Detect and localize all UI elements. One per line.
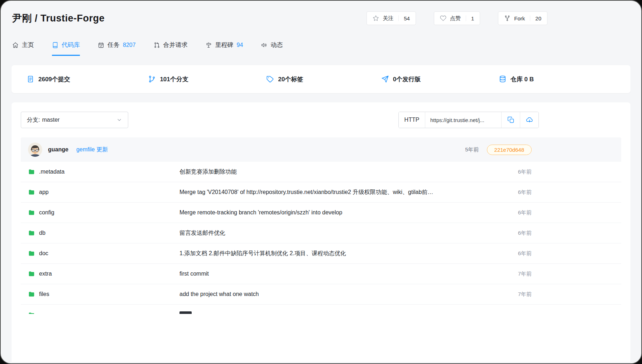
- tab-milestones[interactable]: 里程碑 94: [206, 41, 243, 56]
- file-commit-time: 6年前: [503, 169, 532, 175]
- branch-value: master: [42, 117, 59, 123]
- protocol-button[interactable]: HTTP: [399, 112, 425, 128]
- file-row[interactable]: config Merge remote-tracking branch 'rem…: [21, 203, 621, 223]
- fork-button[interactable]: Fork 20: [498, 11, 547, 25]
- tab-merge-requests[interactable]: 合并请求: [154, 41, 188, 56]
- partial-row-content: [21, 305, 621, 314]
- stat-tags[interactable]: 20个标签: [266, 75, 303, 83]
- commit-time: 5年前: [465, 146, 479, 153]
- fork-count: 20: [535, 15, 541, 21]
- tab-label: 里程碑: [215, 41, 234, 49]
- merge-request-icon: [154, 42, 160, 48]
- commit-message-link[interactable]: gemfile 更新: [76, 146, 108, 154]
- file-list: .metadata 创新竞赛添加删除功能 6年前 app Merge tag '…: [21, 162, 621, 314]
- database-icon: [499, 75, 507, 83]
- tab-issues[interactable]: 任务 8207: [98, 41, 136, 56]
- stat-repo-size[interactable]: 仓库 0 B: [499, 75, 534, 83]
- folder-icon: [28, 168, 35, 175]
- milestone-icon: [206, 42, 212, 48]
- stat-label: 仓库 0 B: [511, 75, 534, 83]
- tab-home[interactable]: 主页: [12, 41, 34, 56]
- file-name[interactable]: files: [39, 291, 49, 297]
- file-name-cell: files: [28, 291, 179, 298]
- file-commit-message[interactable]: first commit: [179, 271, 503, 277]
- heart-icon: [440, 15, 446, 21]
- file-row[interactable]: .metadata 创新竞赛添加删除功能 6年前: [21, 162, 621, 182]
- like-button[interactable]: 点赞 1: [434, 11, 480, 25]
- file-commit-time: 6年前: [503, 250, 532, 257]
- file-name[interactable]: extra: [39, 271, 52, 277]
- tab-activity[interactable]: 动态: [261, 41, 283, 56]
- repo-tabs: 主页 代码库 任务 8207 合并请求 里程碑 94: [1, 41, 641, 56]
- tab-label: 合并请求: [163, 41, 188, 49]
- file-name[interactable]: config: [39, 209, 54, 216]
- repo-actions: 关注 54 点赞 1 Fork 20: [366, 11, 547, 25]
- branch-selector[interactable]: 分支: master: [21, 112, 128, 128]
- clone-url-group: HTTP: [398, 112, 539, 128]
- clone-url-input[interactable]: [425, 112, 501, 128]
- stat-branches[interactable]: 101个分支: [148, 75, 188, 83]
- file-row[interactable]: extra first commit 7年前: [21, 264, 621, 284]
- megaphone-icon: [261, 42, 267, 48]
- file-commit-time: 6年前: [503, 209, 532, 216]
- file-name[interactable]: db: [39, 230, 45, 236]
- copy-url-button[interactable]: [501, 112, 520, 128]
- watch-button[interactable]: 关注 54: [366, 11, 416, 25]
- clipped-text: [179, 311, 192, 314]
- file-name[interactable]: .metadata: [39, 169, 64, 175]
- app-window: 尹刚 / Trustie-Forge 关注 54 点赞 1: [0, 0, 642, 364]
- file-name-cell: doc: [28, 250, 179, 257]
- latest-commit-bar: guange gemfile 更新 5年前 221e70d648: [21, 137, 621, 162]
- file-name-cell: extra: [28, 270, 179, 277]
- folder-icon: [28, 291, 35, 298]
- file-commit-time: 7年前: [503, 271, 532, 277]
- file-commit-message[interactable]: Merge tag 'V20140708' of http://reposito…: [179, 189, 503, 196]
- file-commit-time: 6年前: [503, 230, 532, 237]
- tab-code[interactable]: 代码库: [52, 41, 80, 56]
- file-name[interactable]: doc: [39, 250, 48, 257]
- stat-label: 101个分支: [160, 75, 188, 83]
- file-row[interactable]: app Merge tag 'V20140708' of http://repo…: [21, 182, 621, 203]
- fork-label: Fork: [514, 15, 525, 21]
- file-commit-time: 7年前: [503, 291, 532, 298]
- file-commit-message[interactable]: 1.添加文档 2.邮件中缺陷序号计算机制优化 2.项目、课程动态优化: [179, 250, 503, 257]
- file-commit-message: [179, 311, 503, 314]
- repo-stats-bar: 2609个提交 101个分支 20个标签 0个发行版 仓库 0 B: [11, 65, 631, 93]
- file-commit-message[interactable]: Merge remote-tracking branch 'remotes/or…: [179, 209, 503, 216]
- branch-label: 分支:: [27, 116, 40, 124]
- divider: [466, 15, 466, 21]
- page-title: 尹刚 / Trustie-Forge: [12, 12, 105, 25]
- commit-author[interactable]: guange: [48, 146, 68, 153]
- tab-count-badge: 8207: [123, 42, 136, 48]
- file-name-cell: [28, 311, 179, 314]
- file-commit-time: 6年前: [503, 189, 532, 196]
- divider: [530, 15, 530, 21]
- stat-label: 20个标签: [278, 75, 303, 83]
- avatar[interactable]: [28, 142, 42, 157]
- file-commit-message[interactable]: 留言发送邮件优化: [179, 229, 503, 237]
- tab-label: 代码库: [62, 41, 80, 49]
- file-row[interactable]: db 留言发送邮件优化 6年前: [21, 223, 621, 243]
- star-icon: [373, 15, 379, 21]
- repo-browser-card: 分支: master HTTP: [11, 102, 631, 362]
- commit-hash-badge[interactable]: 221e70d648: [487, 145, 532, 155]
- file-row[interactable]: doc 1.添加文档 2.邮件中缺陷序号计算机制优化 2.项目、课程动态优化 6…: [21, 243, 621, 264]
- folder-icon: [28, 229, 35, 237]
- watch-label: 关注: [383, 15, 393, 22]
- file-row-partial: [21, 305, 621, 314]
- file-name-cell: db: [28, 229, 179, 237]
- like-label: 点赞: [450, 15, 461, 22]
- paper-plane-icon: [381, 75, 389, 83]
- file-name[interactable]: app: [39, 189, 49, 195]
- home-icon: [12, 42, 19, 48]
- folder-icon: [28, 270, 35, 277]
- file-row[interactable]: files add the project what one watch 7年前: [21, 284, 621, 305]
- file-commit-message[interactable]: add the project what one watch: [179, 291, 503, 297]
- watch-count: 54: [404, 15, 410, 21]
- download-button[interactable]: [520, 112, 538, 128]
- file-commit-message[interactable]: 创新竞赛添加删除功能: [179, 168, 503, 176]
- branch-icon: [148, 75, 156, 83]
- stat-releases[interactable]: 0个发行版: [381, 75, 421, 83]
- folder-icon: [28, 250, 35, 257]
- stat-commits[interactable]: 2609个提交: [27, 75, 70, 83]
